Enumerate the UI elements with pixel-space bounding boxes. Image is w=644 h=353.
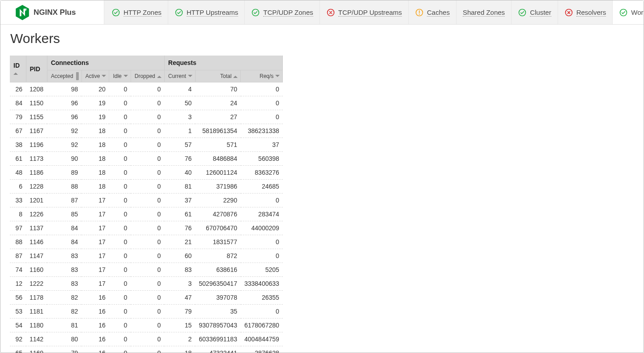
cell-id: 97	[10, 221, 26, 235]
cell-id: 38	[10, 138, 26, 152]
cell-idle: 0	[109, 207, 131, 221]
cell-total: 50296350417	[195, 277, 241, 291]
cell-rps: 0	[241, 249, 283, 263]
cell-rps: 4004844759	[241, 332, 283, 346]
cell-rps: 283474	[241, 207, 283, 221]
cell-total: 397078	[195, 291, 241, 305]
cell-current: 81	[164, 180, 195, 194]
cell-active: 19	[81, 96, 109, 110]
col-header-accepted[interactable]: Accepted	[47, 70, 81, 82]
tab-http-upstreams[interactable]: HTTP Upstreams	[168, 0, 245, 24]
col-header-rps[interactable]: Req/s	[241, 70, 283, 82]
cell-rps: 24685	[241, 180, 283, 194]
cell-dropped: 0	[131, 235, 164, 249]
cell-idle: 0	[109, 124, 131, 138]
cell-accepted: 88	[47, 180, 81, 194]
status-ok-icon	[518, 8, 527, 17]
cell-total: 60336991183	[195, 332, 241, 346]
cell-id: 26	[10, 82, 26, 96]
cell-dropped: 0	[131, 96, 164, 110]
cell-rps: 5205	[241, 263, 283, 277]
cell-total: 571	[195, 138, 241, 152]
cell-active: 18	[81, 124, 109, 138]
cell-idle: 0	[109, 319, 131, 332]
cell-current: 76	[164, 152, 195, 166]
svg-point-12	[519, 9, 526, 16]
cell-current: 3	[164, 277, 195, 291]
col-header-dropped[interactable]: Dropped	[131, 70, 164, 82]
cell-total: 4270876	[195, 207, 241, 221]
tabs: HTTP ZonesHTTP UpstreamsTCP/UDP ZonesTCP…	[105, 0, 644, 24]
col-header-pid[interactable]: PID	[26, 56, 47, 82]
cell-total: 638616	[195, 263, 241, 277]
tab-caches[interactable]: Caches	[409, 0, 456, 24]
cell-idle: 0	[109, 82, 131, 96]
col-header-current[interactable]: Current	[164, 70, 195, 82]
cell-pid: 1150	[26, 96, 47, 110]
cell-pid: 1201	[26, 194, 47, 207]
col-header-id[interactable]: ID	[10, 56, 26, 82]
cell-id: 8	[10, 207, 26, 221]
cell-idle: 0	[109, 96, 131, 110]
col-header-total[interactable]: Total	[195, 70, 241, 82]
cell-total: 47322441	[195, 346, 241, 353]
cell-accepted: 81	[47, 319, 81, 332]
cell-current: 1	[164, 124, 195, 138]
cell-idle: 0	[109, 235, 131, 249]
status-ok-icon	[619, 8, 628, 17]
tab-tcp-udp-upstreams[interactable]: TCP/UDP Upstreams	[320, 0, 409, 24]
cell-total: 27	[195, 110, 241, 124]
tab-workers[interactable]: Workers	[613, 0, 644, 24]
tab-resolvers[interactable]: Resolvers	[558, 0, 613, 24]
cell-accepted: 85	[47, 207, 81, 221]
cell-dropped: 0	[131, 346, 164, 353]
content-scroll[interactable]: ID PID Connections Requests Accepted Act…	[0, 56, 644, 353]
tab-http-zones[interactable]: HTTP Zones	[105, 0, 168, 24]
table-row: 67116792180015818961354386231338	[10, 124, 283, 138]
cell-rps: 0	[241, 96, 283, 110]
svg-point-6	[175, 9, 182, 16]
cell-accepted: 92	[47, 124, 81, 138]
cell-id: 54	[10, 319, 26, 332]
brand[interactable]: NGINX Plus	[0, 0, 104, 24]
cell-idle: 0	[109, 194, 131, 207]
cell-active: 18	[81, 180, 109, 194]
cell-active: 16	[81, 291, 109, 305]
cell-accepted: 83	[47, 263, 81, 277]
cell-id: 61	[10, 152, 26, 166]
cell-active: 17	[81, 221, 109, 235]
col-group-connections: Connections	[47, 56, 164, 70]
cell-pid: 1167	[26, 124, 47, 138]
cell-pid: 1186	[26, 166, 47, 180]
tab-shared-zones[interactable]: Shared Zones	[456, 0, 512, 24]
svg-rect-4	[25, 9, 27, 10]
cell-active: 16	[81, 332, 109, 346]
tab-label: HTTP Upstreams	[187, 9, 239, 17]
status-error-icon	[326, 8, 335, 17]
cell-active: 18	[81, 138, 109, 152]
tab-tcp-udp-zones[interactable]: TCP/UDP Zones	[245, 0, 320, 24]
cell-id: 65	[10, 346, 26, 353]
cell-id: 88	[10, 235, 26, 249]
cell-total: 371986	[195, 180, 241, 194]
table-head: ID PID Connections Requests Accepted Act…	[10, 56, 283, 82]
tab-label: Cluster	[530, 9, 551, 17]
col-header-idle[interactable]: Idle	[109, 70, 131, 82]
col-header-active[interactable]: Active	[81, 70, 109, 82]
cell-active: 16	[81, 305, 109, 319]
cell-dropped: 0	[131, 110, 164, 124]
cell-accepted: 89	[47, 166, 81, 180]
table-row: 9211428016002603369911834004844759	[10, 332, 283, 346]
cell-id: 12	[10, 277, 26, 291]
cell-total: 5818961354	[195, 124, 241, 138]
cell-current: 18	[164, 346, 195, 353]
table-row: 54118081160015930789570436178067280	[10, 319, 283, 332]
cell-current: 2	[164, 332, 195, 346]
table-row: 53118182160079350	[10, 305, 283, 319]
cell-rps: 26355	[241, 291, 283, 305]
cell-current: 79	[164, 305, 195, 319]
tab-cluster[interactable]: Cluster	[512, 0, 558, 24]
cell-idle: 0	[109, 110, 131, 124]
cell-current: 61	[164, 207, 195, 221]
cell-active: 20	[81, 82, 109, 96]
